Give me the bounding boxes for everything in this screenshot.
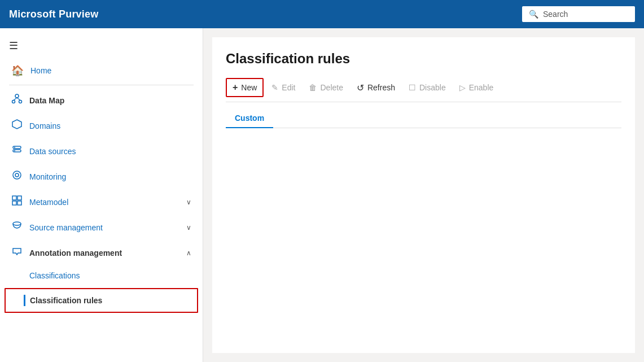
- sidebar-metamodel-label: Metamodel: [29, 198, 68, 207]
- tab-custom[interactable]: Custom: [226, 109, 273, 128]
- data-map-icon: [11, 93, 23, 107]
- classifications-label: Classifications: [29, 271, 80, 280]
- monitoring-icon: [11, 169, 23, 184]
- annotation-management-chevron-icon: ∧: [186, 249, 191, 257]
- svg-rect-15: [17, 201, 21, 205]
- content-inner: Classification rules + New ✎ Edit 🗑 Dele…: [212, 37, 635, 353]
- sidebar-item-home[interactable]: 🏠 Home: [0, 59, 203, 82]
- sidebar-data-sources-label: Data sources: [29, 147, 76, 156]
- search-label: Search: [543, 10, 568, 19]
- sidebar-item-domains[interactable]: Domains: [0, 113, 203, 138]
- edit-icon: ✎: [271, 83, 278, 92]
- search-box[interactable]: 🔍 Search: [522, 6, 635, 22]
- svg-rect-12: [12, 196, 16, 200]
- new-button[interactable]: + New: [226, 78, 264, 97]
- svg-rect-14: [12, 201, 16, 205]
- enable-label: Enable: [469, 83, 494, 92]
- tab-custom-label: Custom: [235, 114, 264, 123]
- home-icon: 🏠: [11, 64, 24, 77]
- edit-button[interactable]: ✎ Edit: [266, 80, 301, 95]
- tabs-bar: Custom: [226, 109, 621, 128]
- svg-line-3: [14, 98, 17, 101]
- toolbar: + New ✎ Edit 🗑 Delete ↺ Refresh: [226, 78, 621, 102]
- metamodel-icon: [11, 195, 23, 209]
- refresh-label: Refresh: [367, 83, 395, 92]
- svg-point-11: [15, 173, 19, 177]
- svg-line-4: [17, 98, 20, 101]
- new-icon: +: [233, 82, 238, 93]
- hamburger-button[interactable]: ☰: [0, 33, 203, 59]
- enable-button[interactable]: ▷ Enable: [454, 80, 500, 95]
- classification-rules-label: Classification rules: [30, 296, 102, 305]
- sidebar-domains-label: Domains: [29, 121, 60, 130]
- sidebar-monitoring-label: Monitoring: [29, 172, 66, 181]
- sidebar-annotation-management-label: Annotation management: [29, 248, 122, 258]
- disable-icon: ☐: [409, 83, 416, 92]
- source-management-icon: [11, 220, 23, 234]
- app-title: Microsoft Purview: [9, 8, 98, 20]
- metamodel-chevron-icon: ∨: [186, 198, 191, 206]
- edit-label: Edit: [282, 83, 295, 92]
- svg-rect-13: [17, 196, 21, 200]
- sidebar: ☰ 🏠 Home Data Map: [0, 28, 203, 362]
- refresh-icon: ↺: [357, 82, 364, 93]
- delete-label: Delete: [320, 83, 343, 92]
- active-indicator: [24, 295, 25, 306]
- annotation-management-icon: [11, 246, 23, 260]
- sidebar-item-annotation-management[interactable]: Annotation management ∧: [0, 240, 203, 265]
- sidebar-item-source-management[interactable]: Source management ∨: [0, 215, 203, 240]
- search-icon: 🔍: [529, 10, 538, 19]
- svg-point-1: [12, 101, 15, 103]
- svg-point-16: [13, 222, 21, 225]
- disable-label: Disable: [419, 83, 446, 92]
- sidebar-item-data-sources[interactable]: Data sources: [0, 138, 203, 164]
- page-title: Classification rules: [226, 51, 621, 67]
- disable-button[interactable]: ☐ Disable: [403, 80, 452, 95]
- sidebar-item-classifications[interactable]: Classifications: [0, 265, 203, 286]
- delete-button[interactable]: 🗑 Delete: [303, 80, 348, 95]
- svg-marker-5: [12, 120, 21, 129]
- sidebar-item-classification-rules-wrapper: Classification rules: [0, 286, 203, 315]
- new-label: New: [241, 83, 257, 92]
- svg-point-10: [13, 171, 21, 179]
- sidebar-source-management-label: Source management: [29, 223, 103, 232]
- sidebar-item-metamodel[interactable]: Metamodel ∨: [0, 189, 203, 215]
- sidebar-item-data-map[interactable]: Data Map: [0, 88, 203, 113]
- hamburger-icon: ☰: [9, 40, 18, 52]
- sidebar-item-monitoring[interactable]: Monitoring: [0, 164, 203, 189]
- sidebar-home-label: Home: [30, 66, 51, 75]
- svg-point-0: [15, 94, 19, 98]
- source-management-chevron-icon: ∨: [186, 224, 191, 232]
- domains-icon: [11, 119, 23, 133]
- sidebar-item-classification-rules[interactable]: Classification rules: [5, 288, 198, 313]
- delete-icon: 🗑: [309, 83, 317, 92]
- content-area: Classification rules + New ✎ Edit 🗑 Dele…: [203, 28, 644, 362]
- sidebar-divider-1: [9, 85, 194, 85]
- enable-icon: ▷: [459, 83, 466, 92]
- svg-point-8: [14, 147, 15, 148]
- data-sources-icon: [11, 144, 23, 158]
- app-header: Microsoft Purview 🔍 Search: [0, 0, 644, 28]
- sidebar-data-map-label: Data Map: [29, 96, 64, 105]
- main-layout: ☰ 🏠 Home Data Map: [0, 28, 644, 362]
- svg-point-2: [19, 101, 22, 103]
- refresh-button[interactable]: ↺ Refresh: [351, 79, 401, 97]
- svg-point-9: [14, 150, 15, 151]
